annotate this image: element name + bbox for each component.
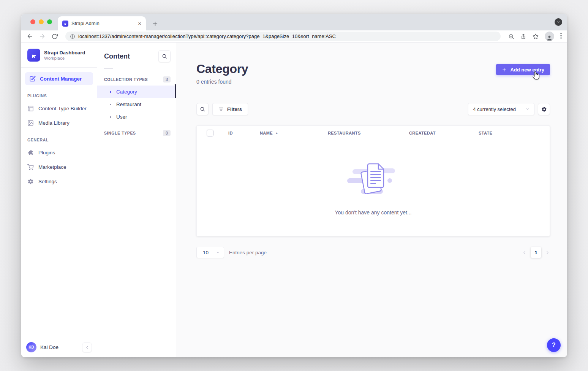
sidebar-item-content-manager[interactable]: Content Manager — [25, 72, 93, 85]
tab-overview-button[interactable] — [555, 18, 562, 26]
pen-icon — [30, 76, 36, 82]
plugins-label: Plugins — [38, 150, 55, 155]
collection-types-label: COLLECTION TYPES — [104, 77, 148, 82]
address-bar[interactable]: localhost:1337/admin/content-manager/col… — [65, 32, 501, 41]
browser-tab[interactable]: Strapi Admin × — [58, 16, 146, 30]
bookmark-star-icon[interactable] — [533, 33, 539, 40]
browser-profile-avatar[interactable] — [545, 32, 554, 41]
content-type-builder-label: Content-Type Builder — [38, 106, 87, 111]
add-new-entry-label: Add new entry — [510, 67, 544, 73]
entries-count: 0 entries found — [196, 79, 248, 85]
workspace-brand[interactable]: Strapi Dashboard Workplace — [21, 43, 97, 67]
page-1-button[interactable]: 1 — [531, 247, 541, 258]
column-header-state[interactable]: STATE — [479, 131, 550, 135]
subsidebar-item-user[interactable]: User — [97, 111, 176, 123]
sidebar-item-plugins[interactable]: Plugins — [21, 145, 97, 160]
single-types-count-badge: 0 — [163, 130, 171, 136]
chevron-down-icon — [216, 251, 220, 254]
maximize-window-button[interactable] — [47, 19, 52, 24]
main-content: Category 0 entries found Add new entry — [176, 43, 567, 357]
filter-icon — [218, 106, 224, 112]
table-settings-button[interactable] — [538, 103, 550, 115]
filters-label: Filters — [227, 106, 242, 112]
column-header-createdat[interactable]: CREATEDAT — [409, 131, 479, 135]
list-search-button[interactable] — [196, 103, 209, 115]
close-tab-icon[interactable]: × — [138, 21, 141, 26]
puzzle-icon — [27, 149, 34, 156]
user-avatar[interactable]: KD — [26, 342, 36, 352]
user-name: Kai Doe — [40, 344, 58, 350]
sort-ascending-icon: ▲ — [275, 132, 278, 134]
bullet-icon — [110, 116, 111, 118]
media-library-label: Media Library — [38, 120, 70, 126]
sidebar-item-content-type-builder[interactable]: Content-Type Builder — [21, 101, 97, 116]
content-manager-label: Content Manager — [40, 76, 82, 82]
new-tab-button[interactable] — [152, 21, 158, 27]
strapi-logo-icon — [27, 49, 40, 62]
collection-types-section: COLLECTION TYPES 3 — [97, 73, 176, 86]
select-all-checkbox[interactable] — [207, 130, 213, 136]
column-header-id[interactable]: ID — [228, 131, 260, 135]
browser-zoom-icon[interactable] — [508, 33, 514, 40]
user-item-label: User — [116, 114, 127, 120]
layout-icon — [27, 105, 34, 112]
sidebar-divider — [21, 67, 97, 68]
page-size-select[interactable]: 10 — [196, 247, 224, 258]
marketplace-label: Marketplace — [38, 164, 66, 170]
empty-documents-illustration — [346, 161, 400, 200]
general-section-label: GENERAL — [21, 130, 97, 145]
toolbar-actions — [508, 32, 562, 41]
empty-state: You don't have any content yet... — [197, 140, 550, 236]
sidebar-item-media-library[interactable]: Media Library — [21, 116, 97, 130]
page-title: Category — [196, 62, 248, 76]
subsidebar-scrollbar[interactable] — [175, 84, 176, 98]
plus-icon — [502, 67, 507, 72]
chevron-down-icon — [526, 107, 530, 111]
share-icon[interactable] — [520, 33, 526, 40]
brand-title: Strapi Dashboard — [44, 50, 85, 56]
strapi-favicon-icon — [62, 21, 68, 27]
restaurant-item-label: Restaurant — [116, 101, 141, 107]
next-page-icon[interactable] — [545, 250, 550, 255]
subsidebar-item-category[interactable]: Category — [97, 86, 176, 98]
reload-icon[interactable] — [52, 33, 58, 40]
content-search-button[interactable] — [158, 50, 171, 62]
pagination-bar: 10 Entries per page 1 — [196, 247, 550, 258]
page-size-value: 10 — [203, 250, 209, 255]
add-new-entry-button[interactable]: Add new entry — [496, 64, 550, 75]
column-header-name[interactable]: NAME ▲ — [260, 131, 328, 135]
tab-title: Strapi Admin — [71, 21, 135, 26]
previous-page-icon[interactable] — [522, 250, 527, 255]
main-sidebar: Strapi Dashboard Workplace Content Manag… — [21, 43, 97, 357]
forward-icon[interactable] — [39, 33, 46, 40]
page-header: Category 0 entries found Add new entry — [196, 62, 550, 85]
minimize-window-button[interactable] — [39, 19, 44, 24]
list-controls: Filters 4 currently selected — [196, 103, 550, 115]
close-window-button[interactable] — [30, 19, 35, 24]
sidebar-item-marketplace[interactable]: Marketplace — [21, 160, 97, 174]
sidebar-footer: KD Kai Doe — [21, 337, 97, 357]
columns-dropdown[interactable]: 4 currently selected — [468, 103, 534, 115]
browser-tab-strip: Strapi Admin × — [21, 14, 567, 30]
back-icon[interactable] — [27, 33, 33, 40]
bullet-icon — [110, 91, 111, 93]
entries-table: ID NAME ▲ RESTAURANTS CREATEDAT STATE — [196, 125, 550, 236]
browser-menu-icon[interactable] — [560, 33, 562, 40]
gear-icon — [541, 106, 547, 112]
column-header-restaurants[interactable]: RESTAURANTS — [328, 131, 409, 135]
subsidebar-title: Content — [104, 52, 130, 60]
brand-subtitle: Workplace — [44, 56, 85, 60]
collapse-sidebar-button[interactable] — [82, 342, 92, 352]
name-header-label: NAME — [260, 131, 273, 135]
collection-types-count-badge: 3 — [163, 76, 171, 82]
bullet-icon — [110, 104, 111, 105]
empty-state-text: You don't have any content yet... — [335, 209, 411, 216]
site-info-icon[interactable] — [70, 34, 75, 39]
browser-toolbar: localhost:1337/admin/content-manager/col… — [21, 30, 567, 43]
help-button[interactable]: ? — [547, 338, 561, 352]
strapi-app: Strapi Dashboard Workplace Content Manag… — [21, 43, 567, 357]
filters-button[interactable]: Filters — [212, 103, 248, 115]
image-icon — [27, 120, 34, 126]
sidebar-item-settings[interactable]: Settings — [21, 174, 97, 189]
subsidebar-item-restaurant[interactable]: Restaurant — [97, 98, 176, 111]
